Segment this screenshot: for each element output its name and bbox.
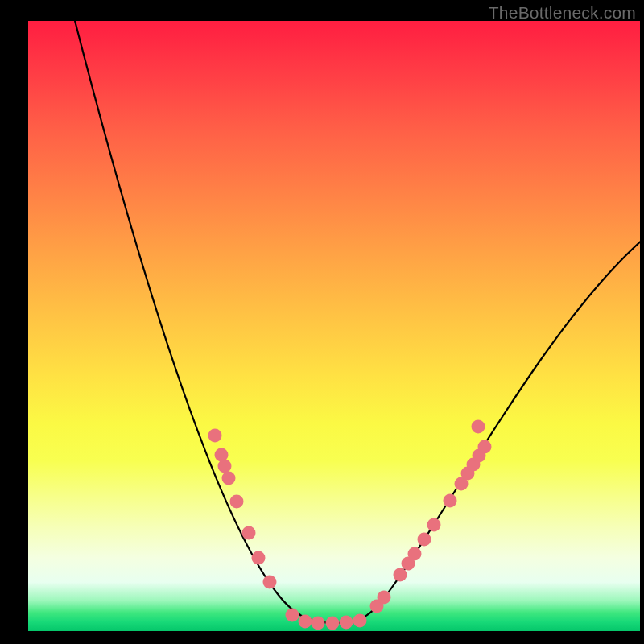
curve-layer xyxy=(28,21,640,631)
data-dot xyxy=(340,616,353,630)
data-dot xyxy=(394,568,407,582)
data-dot xyxy=(326,617,340,630)
data-dot xyxy=(378,591,391,605)
data-dot xyxy=(222,472,236,485)
data-dot xyxy=(252,551,266,565)
data-dot xyxy=(218,460,232,473)
data-dot xyxy=(472,420,485,434)
data-dot xyxy=(408,547,422,561)
data-dot xyxy=(444,494,457,508)
data-dots-group xyxy=(208,420,492,630)
data-dot xyxy=(242,526,256,540)
data-dot xyxy=(478,440,492,454)
chart-stage: TheBottleneck.com xyxy=(0,0,644,644)
bottleneck-curve xyxy=(72,21,640,623)
data-dot xyxy=(299,615,312,629)
data-dot xyxy=(427,518,441,532)
watermark-text: TheBottleneck.com xyxy=(489,3,636,23)
data-dot xyxy=(208,429,222,443)
data-dot xyxy=(230,495,244,509)
data-dot xyxy=(286,609,299,622)
plot-area xyxy=(28,21,640,631)
data-dot xyxy=(312,617,325,630)
data-dot xyxy=(353,614,367,628)
data-dot xyxy=(263,576,277,589)
data-dot xyxy=(418,533,431,547)
